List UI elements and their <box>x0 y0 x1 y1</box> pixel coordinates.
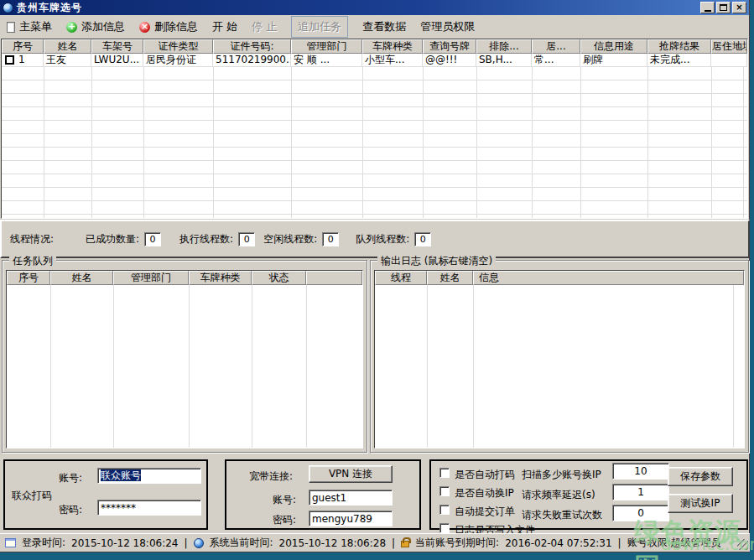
expire-time-value: 2016-02-04 07:52:31 <box>505 537 611 549</box>
globe-icon <box>194 538 204 548</box>
queue-threads-label: 队列线程数: <box>356 232 409 246</box>
column-header-plate-type[interactable]: 车牌种类 <box>362 39 423 54</box>
output-log-table: 线程 姓名 信息 <box>374 270 745 449</box>
ol-column-thread[interactable]: 线程 <box>375 271 427 285</box>
cell-seq: 1 <box>2 54 44 66</box>
main-table: 序号 姓名 车架号 证件类型 证件号码: 管理部门 车牌种类 查询号牌 排除..… <box>1 39 748 219</box>
tq-column-status[interactable]: 状态 <box>252 271 306 285</box>
auto-submit-order-checkbox[interactable] <box>439 505 450 515</box>
toolbar-item-add-info[interactable]: + 添加信息 <box>66 19 125 34</box>
cell-plate-type: 小型车... <box>362 54 423 66</box>
column-header-residence[interactable]: 居... <box>532 39 580 54</box>
column-header-exclude[interactable]: 排除... <box>476 39 532 54</box>
column-header-seq[interactable]: 序号 <box>2 39 44 54</box>
captcha-account-input[interactable]: 联众账号 <box>97 468 201 484</box>
auto-submit-order-label: 自动提交订单 <box>455 505 515 519</box>
column-header-query-plate[interactable]: 查询号牌 <box>423 39 476 54</box>
captcha-password-input[interactable] <box>97 500 201 516</box>
request-delay-label: 请求频率延迟(s) <box>522 488 595 502</box>
ol-column-name[interactable]: 姓名 <box>427 271 473 285</box>
column-header-vin[interactable]: 车架号 <box>91 39 143 54</box>
vpn-password-label: 密码: <box>273 513 296 527</box>
toolbar-item-delete-info[interactable]: × 删除信息 <box>139 19 198 34</box>
document-icon <box>7 22 15 33</box>
success-count-value: 0 <box>144 232 161 246</box>
task-queue-groupbox: 任务队列 序号 姓名 管理部门 车牌种类 状态 <box>2 260 367 453</box>
success-count-label: 已成功数量: <box>86 232 139 246</box>
titlebar: 贵州车牌选号 × <box>0 0 749 15</box>
system-time-value: 2015-10-12 18:06:28 <box>279 537 386 549</box>
toolbar-item-main-menu[interactable]: 主菜单 <box>7 19 52 34</box>
column-header-id-type[interactable]: 证件类型 <box>143 39 213 54</box>
app-window: 贵州车牌选号 × 主菜单 + 添加信息 × 删除信息 开 始 停 止 追加任务 … <box>0 0 750 552</box>
scan-accounts-label: 扫描多少账号换IP <box>522 468 601 482</box>
lock-icon <box>401 541 409 547</box>
toolbar-label-view-data: 查看数据 <box>362 19 406 34</box>
request-delay-input[interactable] <box>612 484 669 500</box>
table-row[interactable]: 1 王友 LWU2U... 居民身份证 51170219900... 安 顺 .… <box>2 54 747 67</box>
toolbar: 主菜单 + 添加信息 × 删除信息 开 始 停 止 追加任务 查看数据 管理员权… <box>0 15 749 39</box>
output-log-empty-area <box>375 285 744 448</box>
tq-column-department[interactable]: 管理部门 <box>113 271 189 285</box>
auto-change-ip-checkbox[interactable] <box>439 486 450 496</box>
test-change-ip-button[interactable]: 测试换IP <box>668 494 733 513</box>
vpn-connect-button[interactable]: VPN 连接 <box>309 465 393 483</box>
output-log-groupbox: 输出日志 (鼠标右键清空) 线程 姓名 信息 <box>370 260 749 453</box>
column-header-id-number[interactable]: 证件号码: <box>213 39 291 54</box>
cell-residence: 常... <box>532 54 580 66</box>
captcha-group-label: 联众打码 <box>12 489 52 503</box>
save-params-button[interactable]: 保存参数 <box>668 467 733 486</box>
tq-column-plate-type[interactable]: 车牌种类 <box>189 271 252 285</box>
cell-vin: LWU2U... <box>91 54 143 66</box>
log-to-file-checkbox[interactable] <box>439 523 450 533</box>
row-checkbox[interactable] <box>5 55 14 65</box>
tq-column-name[interactable]: 姓名 <box>50 271 113 285</box>
vpn-password-input[interactable] <box>309 511 393 526</box>
column-header-usage[interactable]: 信息用途 <box>580 39 647 54</box>
column-header-result[interactable]: 抢牌结果 <box>647 39 711 54</box>
permission-text: 账号权限:超级管理员 <box>627 536 721 550</box>
status-separator-2: | <box>392 537 395 549</box>
cell-address <box>711 54 747 66</box>
retry-count-input[interactable] <box>612 505 669 521</box>
close-button[interactable]: × <box>732 2 746 13</box>
toolbar-item-start[interactable]: 开 始 <box>212 19 237 34</box>
captcha-account-label: 账号: <box>59 471 82 485</box>
tq-column-seq[interactable]: 序号 <box>7 271 50 285</box>
login-time-value: 2015-10-12 18:06:24 <box>71 537 178 549</box>
ol-column-info[interactable]: 信息 <box>473 271 744 285</box>
task-queue-table: 序号 姓名 管理部门 车牌种类 状态 <box>6 270 363 449</box>
system-time-label: 系统当前时间: <box>210 536 273 550</box>
auto-captcha-checkbox[interactable] <box>439 468 450 478</box>
toolbar-item-append-task[interactable]: 追加任务 <box>291 16 348 38</box>
thread-status-label: 线程情况: <box>10 232 54 246</box>
expire-time-label: 当前账号到期时间: <box>415 536 499 550</box>
row-number: 1 <box>18 54 25 66</box>
tq-column-filler <box>306 271 362 285</box>
output-log-title: 输出日志 (鼠标右键清空) <box>377 254 496 268</box>
column-header-address[interactable]: 居住地址 <box>711 39 747 54</box>
column-header-department[interactable]: 管理部门 <box>291 39 362 54</box>
toolbar-label-main-menu: 主菜单 <box>19 19 52 34</box>
scan-accounts-input[interactable] <box>612 463 669 480</box>
auto-change-ip-label: 是否自动换IP <box>455 486 514 500</box>
cell-usage: 刷牌 <box>580 54 647 66</box>
maximize-button[interactable] <box>716 2 731 13</box>
captcha-account-value: 联众账号 <box>101 469 141 481</box>
toolbar-item-stop[interactable]: 停 止 <box>252 19 277 34</box>
vpn-account-input[interactable] <box>309 490 393 506</box>
delete-icon: × <box>139 22 150 33</box>
column-header-filler <box>747 39 748 54</box>
app-icon <box>3 3 13 13</box>
resize-grip[interactable] <box>737 539 748 550</box>
running-threads-label: 执行线程数: <box>179 232 233 246</box>
column-header-name[interactable]: 姓名 <box>44 39 91 54</box>
toolbar-item-admin-rights[interactable]: 管理员权限 <box>420 19 475 34</box>
toolbar-label-add-info: 添加信息 <box>81 19 125 34</box>
toolbar-item-view-data[interactable]: 查看数据 <box>362 19 406 34</box>
options-panel: 是否自动打码 是否自动换IP 自动提交订单 日志是否写入文件 扫描多少账号换IP… <box>429 459 748 530</box>
cell-name: 王友 <box>44 54 91 66</box>
toolbar-label-start: 开 始 <box>212 19 237 34</box>
cell-exclude: SB,H... <box>476 54 532 66</box>
minimize-button[interactable] <box>700 2 715 13</box>
